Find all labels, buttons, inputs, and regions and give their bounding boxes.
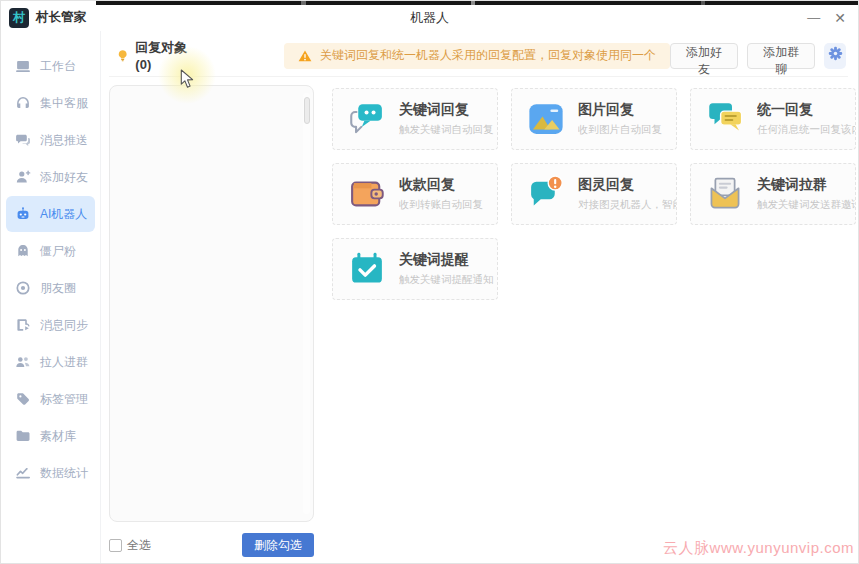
sidebar-item-label: 数据统计	[40, 465, 88, 482]
reply-target-column: 全选 删除勾选	[109, 85, 314, 564]
list-scrollbar-track[interactable]	[303, 93, 310, 514]
unified-reply-icon	[703, 97, 747, 141]
keyword-reply-icon	[345, 97, 389, 141]
app-logo-icon: 村	[9, 8, 29, 28]
card-title: 关键词回复	[399, 101, 494, 119]
titlebar: 村 村长管家 机器人 — ✕	[1, 1, 858, 31]
image-reply-icon	[524, 97, 568, 141]
app-logo-glyph: 村	[13, 9, 25, 26]
card-title: 图灵回复	[578, 176, 676, 194]
sidebar-item-label: 标签管理	[40, 391, 88, 408]
sidebar-item-label: 消息同步	[40, 317, 88, 334]
card-text: 关键词回复触发关键词自动回复	[399, 101, 494, 137]
window-title: 机器人	[1, 9, 858, 27]
card-description: 触发关键词提醒通知	[399, 273, 494, 287]
feature-card-image-reply[interactable]: 图片回复收到图片自动回复	[511, 88, 677, 150]
mouse-cursor	[180, 69, 198, 89]
aperture-icon	[15, 280, 31, 296]
card-text: 关键词拉群触发关键词发送群邀请	[757, 176, 855, 212]
sidebar-item-material-library[interactable]: 素材库	[6, 418, 95, 454]
card-description: 对接图灵机器人，智能...	[578, 198, 676, 212]
card-description: 收到图片自动回复	[578, 123, 662, 137]
main-panel: 回复对象 (0) 关键词回复和统一机器人采用的回复配置，回复对象使用同一个 添加…	[101, 31, 858, 563]
card-description: 触发关键词自动回复	[399, 123, 494, 137]
add-group-chat-button[interactable]: 添加群聊	[747, 43, 815, 69]
sidebar-item-label: 朋友圈	[40, 280, 76, 297]
warning-triangle-icon	[298, 49, 312, 63]
sidebar: 工作台集中客服消息推送添加好友AI机器人僵尸粉朋友圈消息同步拉人进群标签管理素材…	[1, 31, 101, 563]
headset-icon	[15, 95, 31, 111]
list-scrollbar-thumb[interactable]	[304, 97, 310, 124]
background-window-edge	[1, 1, 858, 5]
card-title: 关键词拉群	[757, 176, 855, 194]
card-text: 图片回复收到图片自动回复	[578, 101, 662, 137]
select-all-checkbox[interactable]	[109, 539, 122, 552]
sidebar-item-label: 僵尸粉	[40, 243, 76, 260]
card-description: 收到转账自动回复	[399, 198, 483, 212]
app-identity: 村 村长管家	[1, 5, 86, 28]
sidebar-item-label: AI机器人	[40, 206, 87, 223]
chat-bubbles-icon	[15, 132, 31, 148]
card-text: 图灵回复对接图灵机器人，智能...	[578, 176, 676, 212]
turing-reply-icon	[524, 172, 568, 216]
settings-gear-button[interactable]	[824, 43, 846, 69]
feature-card-unified-reply[interactable]: 统一回复任何消息统一回复该内容	[690, 88, 856, 150]
card-description: 触发关键词发送群邀请	[757, 198, 855, 212]
sidebar-item-tag-manage[interactable]: 标签管理	[6, 381, 95, 417]
sidebar-item-data-stats[interactable]: 数据统计	[6, 455, 95, 491]
app-window: 村 村长管家 机器人 — ✕ 工作台集中客服消息推送添加好友AI机器人僵尸粉朋友…	[0, 0, 859, 564]
sidebar-item-zombie-fans[interactable]: 僵尸粉	[6, 233, 95, 269]
warning-banner: 关键词回复和统一机器人采用的回复配置，回复对象使用同一个	[284, 43, 670, 69]
select-all-label: 全选	[127, 537, 151, 554]
person-add-icon	[15, 169, 31, 185]
calendar-check-icon	[345, 247, 389, 291]
reply-target-list-panel[interactable]	[109, 85, 314, 522]
close-button[interactable]: ✕	[834, 11, 846, 25]
folder-icon	[15, 428, 31, 444]
delete-checked-button[interactable]: 删除勾选	[242, 533, 314, 557]
content-area: 全选 删除勾选 关键词回复触发关键词自动回复图片回复收到图片自动回复统一回复任何…	[109, 85, 850, 564]
envelope-icon	[703, 172, 747, 216]
lightbulb-icon	[116, 48, 129, 63]
robot-icon	[15, 206, 31, 222]
feature-card-keyword-group[interactable]: 关键词拉群触发关键词发送群邀请	[690, 163, 856, 225]
toolbar-actions: 添加好友 添加群聊	[670, 43, 848, 69]
wallet-icon	[345, 172, 389, 216]
feature-card-keyword-reply[interactable]: 关键词回复触发关键词自动回复	[332, 88, 498, 150]
watermark-text: 云人脉www.yunyunvip.com	[663, 539, 854, 558]
card-text: 关键词提醒触发关键词提醒通知	[399, 251, 494, 287]
card-text: 收款回复收到转账自动回复	[399, 176, 483, 212]
feature-card-payment-reply[interactable]: 收款回复收到转账自动回复	[332, 163, 498, 225]
sidebar-item-label: 工作台	[40, 58, 76, 75]
sidebar-item-add-friend[interactable]: 添加好友	[6, 159, 95, 195]
app-name: 村长管家	[36, 9, 86, 26]
tag-icon	[15, 391, 31, 407]
card-title: 统一回复	[757, 101, 855, 119]
minimize-button[interactable]: —	[807, 11, 820, 24]
sidebar-item-label: 消息推送	[40, 132, 88, 149]
sidebar-item-ai-robot[interactable]: AI机器人	[6, 196, 95, 232]
sidebar-item-label: 添加好友	[40, 169, 88, 186]
sidebar-item-workbench[interactable]: 工作台	[6, 48, 95, 84]
sidebar-item-moments[interactable]: 朋友圈	[6, 270, 95, 306]
select-all-control[interactable]: 全选	[109, 537, 151, 554]
sidebar-item-label: 素材库	[40, 428, 76, 445]
sidebar-item-group-invite[interactable]: 拉人进群	[6, 344, 95, 380]
list-footer: 全选 删除勾选	[109, 522, 314, 564]
sidebar-item-message-push[interactable]: 消息推送	[6, 122, 95, 158]
people-group-icon	[15, 354, 31, 370]
card-title: 收款回复	[399, 176, 483, 194]
warning-text: 关键词回复和统一机器人采用的回复配置，回复对象使用同一个	[320, 47, 656, 64]
toolbar: 回复对象 (0) 关键词回复和统一机器人采用的回复配置，回复对象使用同一个 添加…	[109, 37, 848, 77]
add-friend-button[interactable]: 添加好友	[670, 43, 738, 69]
card-title: 关键词提醒	[399, 251, 494, 269]
feature-card-turing-reply[interactable]: 图灵回复对接图灵机器人，智能...	[511, 163, 677, 225]
card-description: 任何消息统一回复该内容	[757, 123, 855, 137]
feature-card-grid: 关键词回复触发关键词自动回复图片回复收到图片自动回复统一回复任何消息统一回复该内…	[332, 88, 856, 564]
sidebar-item-message-sync[interactable]: 消息同步	[6, 307, 95, 343]
feature-card-keyword-remind[interactable]: 关键词提醒触发关键词提醒通知	[332, 238, 498, 300]
gear-icon	[827, 45, 844, 66]
workbench-icon	[15, 58, 31, 74]
sidebar-item-customer-service[interactable]: 集中客服	[6, 85, 95, 121]
window-controls: — ✕	[807, 11, 858, 25]
